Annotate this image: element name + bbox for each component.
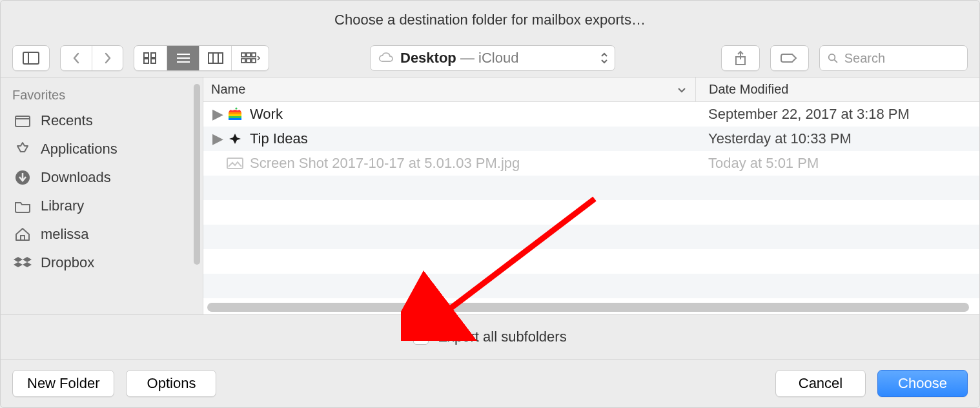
tag-icon bbox=[781, 52, 799, 65]
svg-rect-36 bbox=[227, 158, 243, 168]
options-strip: Export all subfolders bbox=[1, 314, 979, 360]
svg-rect-0 bbox=[23, 52, 39, 64]
gallery-icon bbox=[241, 52, 260, 64]
chevron-right-icon bbox=[103, 52, 112, 64]
sidebar: Favorites Recents Applications Downloads bbox=[1, 77, 203, 314]
row-date: Today at 5:01 PM bbox=[695, 155, 979, 172]
view-columns-button[interactable] bbox=[199, 46, 231, 70]
share-button[interactable] bbox=[721, 45, 760, 71]
empty-row bbox=[203, 200, 979, 225]
options-label: Options bbox=[147, 375, 196, 392]
column-header-name[interactable]: Name bbox=[203, 82, 695, 97]
sort-indicator-icon bbox=[677, 87, 686, 93]
view-list-button[interactable] bbox=[167, 46, 199, 70]
row-name: Tip Ideas bbox=[250, 130, 308, 147]
sidebar-item-dropbox[interactable]: Dropbox bbox=[1, 249, 203, 277]
cancel-button[interactable]: Cancel bbox=[775, 370, 866, 397]
svg-marker-30 bbox=[23, 262, 32, 267]
sidebar-item-home[interactable]: melissa bbox=[1, 220, 203, 249]
search-icon bbox=[828, 52, 838, 64]
new-folder-label: New Folder bbox=[27, 375, 99, 392]
sidebar-section: Favorites bbox=[1, 84, 203, 107]
home-icon bbox=[14, 225, 32, 243]
svg-rect-12 bbox=[241, 53, 245, 57]
table-row[interactable]: ▶ Tip Ideas Yesterday at 10:33 PM bbox=[203, 127, 979, 151]
svg-marker-27 bbox=[14, 257, 23, 262]
svg-rect-17 bbox=[252, 59, 256, 63]
table-row[interactable]: ▶ Work Se bbox=[203, 102, 979, 127]
svg-point-35 bbox=[235, 107, 237, 109]
share-icon bbox=[734, 50, 747, 66]
svg-rect-26 bbox=[21, 236, 25, 240]
row-date: Yesterday at 10:33 PM bbox=[695, 130, 979, 147]
cloud-icon bbox=[377, 52, 394, 64]
svg-rect-13 bbox=[247, 53, 250, 57]
list-horizontal-scrollbar[interactable] bbox=[207, 303, 969, 312]
row-name: Work bbox=[250, 106, 283, 123]
location-stepper-icon bbox=[600, 52, 608, 65]
svg-rect-15 bbox=[241, 59, 245, 63]
apple-rainbow-icon bbox=[227, 107, 243, 121]
dialog-title: Choose a destination folder for mailbox … bbox=[1, 1, 979, 39]
search-input[interactable] bbox=[844, 51, 959, 66]
sidebar-icon bbox=[23, 52, 39, 65]
svg-rect-3 bbox=[151, 53, 156, 57]
nav-back-forward bbox=[60, 45, 123, 71]
sidebar-item-downloads[interactable]: Downloads bbox=[1, 163, 203, 192]
tags-button[interactable] bbox=[770, 45, 809, 71]
sidebar-item-label: melissa bbox=[41, 226, 89, 243]
view-gallery-button[interactable] bbox=[231, 46, 269, 70]
export-subfolders-checkbox[interactable] bbox=[413, 329, 429, 345]
svg-rect-34 bbox=[229, 118, 241, 120]
svg-rect-9 bbox=[209, 53, 223, 63]
back-button[interactable] bbox=[61, 46, 92, 70]
applications-icon bbox=[14, 140, 32, 158]
folder-icon bbox=[14, 197, 32, 215]
svg-rect-2 bbox=[144, 53, 148, 57]
svg-rect-33 bbox=[229, 116, 241, 118]
table-row: ▶ Screen Shot 2017-10-17 at 5.01.03 PM.j… bbox=[203, 151, 979, 176]
svg-rect-16 bbox=[247, 59, 250, 63]
choose-button[interactable]: Choose bbox=[877, 370, 968, 397]
svg-rect-22 bbox=[15, 116, 30, 127]
disclosure-triangle-icon[interactable]: ▶ bbox=[212, 106, 220, 123]
view-icon-button[interactable] bbox=[134, 46, 167, 70]
dropbox-icon bbox=[14, 254, 32, 272]
sparkle-icon bbox=[227, 132, 243, 146]
row-date: September 22, 2017 at 3:18 PM bbox=[695, 106, 979, 123]
svg-rect-4 bbox=[144, 59, 148, 63]
sidebar-item-recents[interactable]: Recents bbox=[1, 107, 203, 135]
grid-icon bbox=[143, 52, 158, 64]
sidebar-item-label: Recents bbox=[41, 112, 93, 129]
new-folder-button[interactable]: New Folder bbox=[12, 370, 114, 397]
chevron-left-icon bbox=[72, 52, 81, 64]
sidebar-item-applications[interactable]: Applications bbox=[1, 135, 203, 163]
empty-row bbox=[203, 249, 979, 274]
column-header-date[interactable]: Date Modified bbox=[695, 77, 979, 101]
sidebar-item-label: Library bbox=[41, 198, 84, 214]
sidebar-item-label: Downloads bbox=[41, 169, 111, 186]
empty-row bbox=[203, 274, 979, 298]
svg-marker-28 bbox=[23, 257, 32, 262]
search-field[interactable] bbox=[819, 45, 968, 71]
location-separator: — bbox=[456, 50, 478, 66]
options-button[interactable]: Options bbox=[126, 370, 216, 397]
forward-button[interactable] bbox=[92, 46, 123, 70]
location-text: Desktop — iCloud bbox=[400, 50, 518, 66]
location-secondary: iCloud bbox=[478, 50, 518, 66]
svg-line-21 bbox=[834, 60, 837, 63]
toggle-sidebar-button[interactable] bbox=[12, 45, 50, 71]
sidebar-item-library[interactable]: Library bbox=[1, 192, 203, 220]
row-name: Screen Shot 2017-10-17 at 5.01.03 PM.jpg bbox=[250, 155, 520, 172]
column-date-label: Date Modified bbox=[709, 82, 788, 97]
svg-rect-14 bbox=[252, 53, 256, 57]
downloads-icon bbox=[14, 168, 32, 187]
recents-icon bbox=[14, 112, 32, 130]
location-popup[interactable]: Desktop — iCloud bbox=[370, 45, 615, 71]
choose-label: Choose bbox=[898, 375, 947, 392]
location-primary: Desktop bbox=[400, 50, 456, 66]
sidebar-scrollbar[interactable] bbox=[194, 84, 200, 265]
save-dialog: Choose a destination folder for mailbox … bbox=[0, 0, 980, 408]
svg-rect-32 bbox=[229, 114, 241, 116]
disclosure-triangle-icon[interactable]: ▶ bbox=[212, 130, 220, 147]
